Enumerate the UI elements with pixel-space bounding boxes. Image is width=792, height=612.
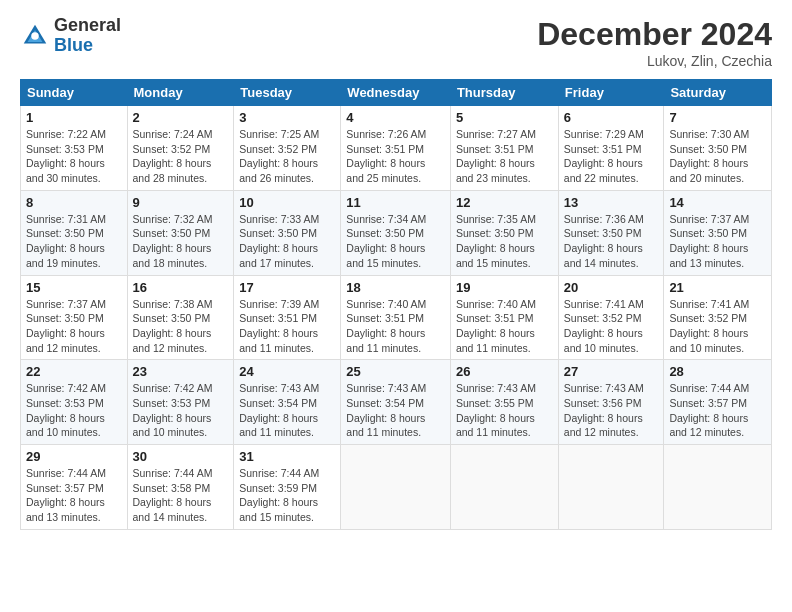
calendar-cell: 9 Sunrise: 7:32 AM Sunset: 3:50 PM Dayli…	[127, 190, 234, 275]
calendar-cell: 6 Sunrise: 7:29 AM Sunset: 3:51 PM Dayli…	[558, 106, 664, 191]
sunset-label: Sunset: 3:51 PM	[564, 143, 642, 155]
calendar-cell: 7 Sunrise: 7:30 AM Sunset: 3:50 PM Dayli…	[664, 106, 772, 191]
calendar-cell: 8 Sunrise: 7:31 AM Sunset: 3:50 PM Dayli…	[21, 190, 128, 275]
day-info: Sunrise: 7:44 AM Sunset: 3:57 PM Dayligh…	[26, 466, 122, 525]
day-number: 22	[26, 364, 122, 379]
day-info: Sunrise: 7:41 AM Sunset: 3:52 PM Dayligh…	[669, 297, 766, 356]
calendar-cell: 10 Sunrise: 7:33 AM Sunset: 3:50 PM Dayl…	[234, 190, 341, 275]
calendar-cell: 25 Sunrise: 7:43 AM Sunset: 3:54 PM Dayl…	[341, 360, 451, 445]
sunrise-label: Sunrise: 7:43 AM	[456, 382, 536, 394]
daylight-label: Daylight: 8 hours and 11 minutes.	[239, 412, 318, 439]
calendar-cell: 11 Sunrise: 7:34 AM Sunset: 3:50 PM Dayl…	[341, 190, 451, 275]
sunset-label: Sunset: 3:53 PM	[133, 397, 211, 409]
sunrise-label: Sunrise: 7:30 AM	[669, 128, 749, 140]
sunset-label: Sunset: 3:50 PM	[26, 227, 104, 239]
calendar-week-row: 22 Sunrise: 7:42 AM Sunset: 3:53 PM Dayl…	[21, 360, 772, 445]
sunrise-label: Sunrise: 7:44 AM	[133, 467, 213, 479]
sunset-label: Sunset: 3:51 PM	[456, 312, 534, 324]
calendar-week-row: 1 Sunrise: 7:22 AM Sunset: 3:53 PM Dayli…	[21, 106, 772, 191]
calendar-cell: 23 Sunrise: 7:42 AM Sunset: 3:53 PM Dayl…	[127, 360, 234, 445]
daylight-label: Daylight: 8 hours and 25 minutes.	[346, 157, 425, 184]
daylight-label: Daylight: 8 hours and 28 minutes.	[133, 157, 212, 184]
day-number: 30	[133, 449, 229, 464]
day-info: Sunrise: 7:27 AM Sunset: 3:51 PM Dayligh…	[456, 127, 553, 186]
daylight-label: Daylight: 8 hours and 26 minutes.	[239, 157, 318, 184]
header-sunday: Sunday	[21, 80, 128, 106]
sunset-label: Sunset: 3:52 PM	[564, 312, 642, 324]
calendar-week-row: 15 Sunrise: 7:37 AM Sunset: 3:50 PM Dayl…	[21, 275, 772, 360]
sunrise-label: Sunrise: 7:38 AM	[133, 298, 213, 310]
day-info: Sunrise: 7:38 AM Sunset: 3:50 PM Dayligh…	[133, 297, 229, 356]
day-number: 28	[669, 364, 766, 379]
svg-point-2	[31, 32, 39, 40]
day-info: Sunrise: 7:37 AM Sunset: 3:50 PM Dayligh…	[26, 297, 122, 356]
sunrise-label: Sunrise: 7:26 AM	[346, 128, 426, 140]
calendar-cell: 17 Sunrise: 7:39 AM Sunset: 3:51 PM Dayl…	[234, 275, 341, 360]
header-wednesday: Wednesday	[341, 80, 451, 106]
calendar-cell: 1 Sunrise: 7:22 AM Sunset: 3:53 PM Dayli…	[21, 106, 128, 191]
daylight-label: Daylight: 8 hours and 15 minutes.	[239, 496, 318, 523]
sunset-label: Sunset: 3:51 PM	[239, 312, 317, 324]
day-number: 24	[239, 364, 335, 379]
sunrise-label: Sunrise: 7:24 AM	[133, 128, 213, 140]
day-info: Sunrise: 7:34 AM Sunset: 3:50 PM Dayligh…	[346, 212, 445, 271]
daylight-label: Daylight: 8 hours and 13 minutes.	[669, 242, 748, 269]
sunset-label: Sunset: 3:56 PM	[564, 397, 642, 409]
sunset-label: Sunset: 3:50 PM	[133, 227, 211, 239]
day-info: Sunrise: 7:43 AM Sunset: 3:54 PM Dayligh…	[239, 381, 335, 440]
day-number: 17	[239, 280, 335, 295]
calendar-cell: 3 Sunrise: 7:25 AM Sunset: 3:52 PM Dayli…	[234, 106, 341, 191]
daylight-label: Daylight: 8 hours and 11 minutes.	[346, 412, 425, 439]
sunrise-label: Sunrise: 7:25 AM	[239, 128, 319, 140]
daylight-label: Daylight: 8 hours and 11 minutes.	[239, 327, 318, 354]
calendar-cell: 13 Sunrise: 7:36 AM Sunset: 3:50 PM Dayl…	[558, 190, 664, 275]
daylight-label: Daylight: 8 hours and 11 minutes.	[456, 412, 535, 439]
daylight-label: Daylight: 8 hours and 10 minutes.	[26, 412, 105, 439]
day-info: Sunrise: 7:43 AM Sunset: 3:55 PM Dayligh…	[456, 381, 553, 440]
sunrise-label: Sunrise: 7:31 AM	[26, 213, 106, 225]
daylight-label: Daylight: 8 hours and 19 minutes.	[26, 242, 105, 269]
sunrise-label: Sunrise: 7:22 AM	[26, 128, 106, 140]
daylight-label: Daylight: 8 hours and 14 minutes.	[133, 496, 212, 523]
daylight-label: Daylight: 8 hours and 11 minutes.	[456, 327, 535, 354]
sunrise-label: Sunrise: 7:41 AM	[564, 298, 644, 310]
calendar-cell: 16 Sunrise: 7:38 AM Sunset: 3:50 PM Dayl…	[127, 275, 234, 360]
sunset-label: Sunset: 3:55 PM	[456, 397, 534, 409]
calendar-cell: 18 Sunrise: 7:40 AM Sunset: 3:51 PM Dayl…	[341, 275, 451, 360]
sunset-label: Sunset: 3:57 PM	[669, 397, 747, 409]
day-number: 23	[133, 364, 229, 379]
day-info: Sunrise: 7:36 AM Sunset: 3:50 PM Dayligh…	[564, 212, 659, 271]
day-info: Sunrise: 7:22 AM Sunset: 3:53 PM Dayligh…	[26, 127, 122, 186]
sunset-label: Sunset: 3:51 PM	[346, 312, 424, 324]
sunrise-label: Sunrise: 7:39 AM	[239, 298, 319, 310]
sunrise-label: Sunrise: 7:40 AM	[456, 298, 536, 310]
day-info: Sunrise: 7:43 AM Sunset: 3:56 PM Dayligh…	[564, 381, 659, 440]
calendar-week-row: 29 Sunrise: 7:44 AM Sunset: 3:57 PM Dayl…	[21, 445, 772, 530]
day-info: Sunrise: 7:26 AM Sunset: 3:51 PM Dayligh…	[346, 127, 445, 186]
day-number: 18	[346, 280, 445, 295]
page: General Blue December 2024 Lukov, Zlin, …	[0, 0, 792, 612]
sunset-label: Sunset: 3:50 PM	[133, 312, 211, 324]
logo-general: General	[54, 16, 121, 36]
daylight-label: Daylight: 8 hours and 12 minutes.	[669, 412, 748, 439]
day-number: 7	[669, 110, 766, 125]
logo-text: General Blue	[54, 16, 121, 56]
day-info: Sunrise: 7:32 AM Sunset: 3:50 PM Dayligh…	[133, 212, 229, 271]
calendar-cell: 24 Sunrise: 7:43 AM Sunset: 3:54 PM Dayl…	[234, 360, 341, 445]
calendar-cell	[558, 445, 664, 530]
sunset-label: Sunset: 3:59 PM	[239, 482, 317, 494]
calendar-cell: 14 Sunrise: 7:37 AM Sunset: 3:50 PM Dayl…	[664, 190, 772, 275]
sunset-label: Sunset: 3:50 PM	[669, 143, 747, 155]
day-number: 1	[26, 110, 122, 125]
calendar-table: Sunday Monday Tuesday Wednesday Thursday…	[20, 79, 772, 530]
daylight-label: Daylight: 8 hours and 30 minutes.	[26, 157, 105, 184]
header-tuesday: Tuesday	[234, 80, 341, 106]
weekday-header-row: Sunday Monday Tuesday Wednesday Thursday…	[21, 80, 772, 106]
day-number: 25	[346, 364, 445, 379]
calendar-header: Sunday Monday Tuesday Wednesday Thursday…	[21, 80, 772, 106]
header-thursday: Thursday	[450, 80, 558, 106]
sunrise-label: Sunrise: 7:35 AM	[456, 213, 536, 225]
daylight-label: Daylight: 8 hours and 22 minutes.	[564, 157, 643, 184]
day-info: Sunrise: 7:35 AM Sunset: 3:50 PM Dayligh…	[456, 212, 553, 271]
daylight-label: Daylight: 8 hours and 13 minutes.	[26, 496, 105, 523]
